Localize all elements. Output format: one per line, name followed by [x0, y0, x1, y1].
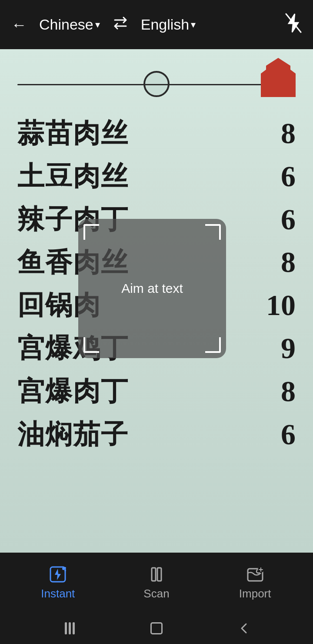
menu-item-price: 8: [256, 375, 296, 408]
camera-view: 蒜苗肉丝 8 土豆肉丝 6 辣子肉丁 6 鱼香肉丝 8 回锅肉 10 宫爆鸡丁: [0, 49, 313, 553]
import-button[interactable]: Import: [225, 565, 286, 600]
instant-button-label: Instant: [41, 587, 75, 600]
target-lang-dropdown-icon: ▾: [191, 19, 196, 30]
svg-point-4: [64, 567, 66, 569]
aim-at-text-label: Aim at text: [121, 281, 183, 296]
scan-button-label: Scan: [143, 587, 169, 600]
swap-icon: [112, 17, 129, 30]
corner-bl: [83, 337, 99, 353]
back-nav-icon: [237, 622, 250, 634]
flash-off-icon: [285, 13, 302, 33]
red-building-deco: [261, 58, 296, 97]
recent-apps-button[interactable]: [59, 617, 80, 639]
menu-item-price: 8: [256, 246, 296, 278]
back-nav-button[interactable]: [233, 617, 254, 639]
deco-line: [17, 84, 296, 85]
home-icon: [150, 622, 163, 634]
menu-item-name: 蒜苗肉丝: [17, 118, 129, 148]
scan-icon: [147, 565, 166, 584]
android-nav-bar: [0, 613, 313, 644]
svg-rect-6: [157, 568, 161, 581]
list-item: 蒜苗肉丝 8: [17, 110, 296, 153]
menu-item-name: 油焖茄子: [17, 419, 129, 449]
flash-button[interactable]: [282, 10, 305, 40]
recent-apps-icon: [65, 622, 75, 634]
home-button[interactable]: [146, 617, 167, 639]
corner-br: [205, 337, 221, 353]
list-item: 宫爆肉丁 8: [17, 368, 296, 411]
list-item: 土豆肉丝 6: [17, 153, 296, 196]
source-lang-dropdown-icon: ▾: [95, 19, 100, 30]
menu-item-name: 土豆肉丝: [17, 161, 129, 191]
instant-button[interactable]: Instant: [27, 565, 88, 600]
scan-button[interactable]: Scan: [126, 565, 187, 600]
import-button-label: Import: [239, 587, 271, 600]
menu-item-price: 6: [256, 418, 296, 451]
menu-item-price: 10: [256, 289, 296, 322]
swap-languages-button[interactable]: [105, 13, 136, 36]
corner-tr: [205, 224, 221, 240]
menu-item-price: 9: [256, 332, 296, 365]
target-language-label: English: [141, 16, 190, 33]
svg-point-3: [64, 570, 66, 571]
back-button[interactable]: ←: [8, 12, 30, 37]
target-language-selector[interactable]: English ▾: [136, 13, 282, 37]
menu-item-name: 宫爆肉丁: [17, 376, 129, 406]
corner-tl: [83, 224, 99, 240]
menu-decoration: [17, 58, 296, 110]
list-item: 油焖茄子 6: [17, 411, 296, 454]
svg-rect-5: [152, 568, 156, 581]
source-language-label: Chinese: [39, 16, 93, 33]
instant-icon: [49, 565, 67, 584]
bottom-toolbar: Instant Scan Import: [0, 553, 313, 613]
menu-item-price: 8: [256, 117, 296, 150]
aim-overlay[interactable]: Aim at text: [78, 219, 226, 358]
import-icon: [246, 565, 264, 584]
menu-item-price: 6: [256, 160, 296, 193]
top-bar: ← Chinese ▾ English ▾: [0, 0, 313, 49]
source-language-selector[interactable]: Chinese ▾: [34, 13, 105, 37]
menu-item-price: 6: [256, 203, 296, 236]
